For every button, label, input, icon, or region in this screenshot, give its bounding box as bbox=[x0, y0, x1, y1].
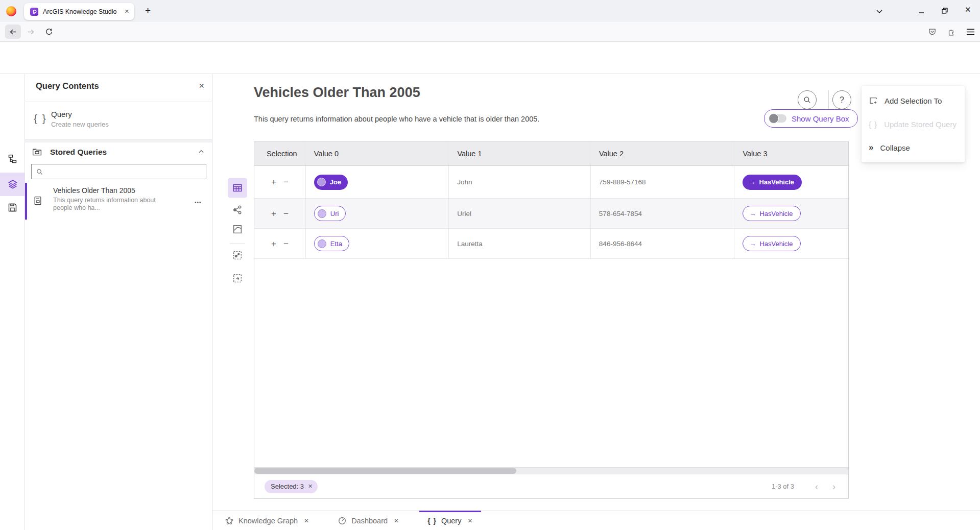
link-chart-icon[interactable] bbox=[232, 204, 243, 215]
collapse-icon: » bbox=[869, 142, 873, 153]
scrollbar-thumb[interactable] bbox=[254, 468, 516, 474]
tab-close-icon[interactable]: ✕ bbox=[394, 517, 399, 524]
forward-button[interactable] bbox=[27, 28, 35, 36]
entity-label: Etta bbox=[330, 240, 342, 248]
data-model-icon[interactable] bbox=[7, 154, 18, 164]
table-empty-area bbox=[254, 259, 848, 467]
help-button[interactable]: ? bbox=[832, 90, 851, 109]
column-header-value0[interactable]: Value 0 bbox=[305, 142, 449, 165]
add-to-selection-button[interactable]: + bbox=[271, 209, 276, 218]
tab-query[interactable]: { } Query ✕ bbox=[419, 511, 481, 530]
tab-close-icon[interactable]: ✕ bbox=[304, 517, 309, 524]
stored-queries-header[interactable]: Stored Queries bbox=[25, 142, 212, 163]
new-tab-button[interactable]: + bbox=[145, 5, 151, 16]
browser-tab[interactable]: ArcGIS Knowledge Studio ✕ bbox=[24, 3, 134, 20]
table-row[interactable]: + − Etta Lauretta 846-956-8644 →HasVehic… bbox=[254, 229, 848, 259]
menu-item-label: Add Selection To bbox=[885, 97, 942, 105]
clear-selection-icon[interactable]: ✕ bbox=[308, 483, 313, 490]
save-icon[interactable] bbox=[7, 202, 18, 213]
menu-item-collapse[interactable]: » Collapse bbox=[862, 136, 965, 159]
window-restore-button[interactable] bbox=[941, 7, 949, 15]
remove-from-selection-button[interactable]: − bbox=[283, 209, 289, 218]
horizontal-scrollbar[interactable] bbox=[254, 467, 848, 474]
window-minimize-button[interactable] bbox=[917, 7, 925, 15]
value1-cell[interactable]: Lauretta bbox=[448, 229, 590, 258]
entity-dot-icon bbox=[318, 209, 326, 218]
add-to-selection-button[interactable]: + bbox=[271, 178, 276, 186]
selection-tool-icon[interactable] bbox=[232, 273, 243, 284]
query-item[interactable]: { } Query Create new queries bbox=[25, 102, 212, 139]
collapse-section-chevron-icon[interactable] bbox=[198, 148, 205, 155]
knowledge-graph-icon bbox=[225, 516, 234, 525]
entity-pill[interactable]: Etta bbox=[314, 236, 349, 251]
search-button[interactable] bbox=[798, 90, 817, 109]
selected-indicator-bar bbox=[25, 183, 27, 220]
toggle-label: Show Query Box bbox=[792, 114, 849, 123]
toggle-track[interactable] bbox=[770, 114, 786, 123]
next-page-button[interactable]: › bbox=[827, 482, 841, 491]
tab-close-icon[interactable]: ✕ bbox=[467, 517, 472, 524]
column-header-selection[interactable]: Selection bbox=[254, 142, 305, 165]
browser-navbar: https://dev0028833.esri.com/portal/apps/… bbox=[0, 22, 980, 42]
reload-button[interactable] bbox=[45, 28, 53, 36]
entity-dot-icon bbox=[317, 178, 326, 186]
value1-cell[interactable]: Uriel bbox=[448, 199, 590, 228]
table-row[interactable]: + − Uri Uriel 578-654-7854 →HasVehicle bbox=[254, 199, 848, 229]
tab-label: Dashboard bbox=[351, 517, 388, 525]
selection-cell: + − bbox=[254, 199, 305, 228]
stored-queries-search[interactable] bbox=[31, 164, 206, 179]
table-view-icon[interactable] bbox=[232, 182, 243, 194]
hamburger-menu-icon[interactable] bbox=[966, 28, 975, 36]
select-from-graph-icon[interactable] bbox=[232, 250, 243, 261]
pocket-icon[interactable] bbox=[928, 28, 937, 36]
firefox-icon[interactable] bbox=[6, 6, 16, 16]
table-row[interactable]: + − Joe John 759-889-57168 →HasVehicle bbox=[254, 166, 848, 199]
column-header-value2[interactable]: Value 2 bbox=[590, 142, 734, 165]
entity-pill[interactable]: Joe bbox=[314, 175, 348, 190]
tab-close-icon[interactable]: ✕ bbox=[125, 8, 129, 15]
stored-query-item[interactable]: Vehicles Older Than 2005 This query retu… bbox=[25, 183, 212, 220]
value2-cell[interactable]: 759-889-57168 bbox=[590, 166, 734, 198]
column-header-value3[interactable]: Value 3 bbox=[734, 142, 848, 165]
relation-pill[interactable]: →HasVehicle bbox=[743, 206, 801, 221]
panel-close-icon[interactable]: ✕ bbox=[199, 82, 205, 90]
app-header: Certification Project ? PL publisher2 la… bbox=[0, 42, 980, 74]
tab-knowledge-graph[interactable]: Knowledge Graph ✕ bbox=[217, 511, 317, 530]
extensions-puzzle-icon[interactable] bbox=[947, 28, 956, 36]
relation-pill[interactable]: →HasVehicle bbox=[743, 236, 801, 251]
header-divider bbox=[828, 90, 829, 109]
relation-pill[interactable]: →HasVehicle bbox=[743, 175, 802, 190]
back-button[interactable] bbox=[5, 25, 21, 39]
add-to-selection-button[interactable]: + bbox=[271, 239, 276, 248]
selected-count-chip[interactable]: Selected: 3 ✕ bbox=[265, 480, 318, 493]
menu-item-update-stored-query[interactable]: { } Update Stored Query bbox=[862, 112, 965, 136]
search-input[interactable] bbox=[47, 167, 202, 176]
remove-from-selection-button[interactable]: − bbox=[283, 239, 289, 248]
tab-list-chevron-icon[interactable] bbox=[875, 7, 883, 15]
show-query-box-toggle[interactable]: Show Query Box bbox=[764, 109, 858, 128]
relation-label: HasVehicle bbox=[759, 210, 793, 218]
column-header-value1[interactable]: Value 1 bbox=[448, 142, 590, 165]
remove-from-selection-button[interactable]: − bbox=[283, 178, 289, 186]
window-close-button[interactable]: ✕ bbox=[965, 5, 971, 14]
map-view-icon[interactable] bbox=[232, 224, 243, 235]
entity-label: Joe bbox=[330, 178, 341, 186]
arrow-right-icon: → bbox=[749, 178, 755, 186]
value1-cell[interactable]: John bbox=[448, 166, 590, 198]
braces-icon: { } bbox=[34, 112, 47, 125]
entity-cell: Joe bbox=[305, 166, 449, 198]
add-selection-icon bbox=[869, 96, 878, 105]
toggle-knob[interactable] bbox=[769, 113, 779, 124]
entity-pill[interactable]: Uri bbox=[314, 206, 346, 221]
value2-cell[interactable]: 846-956-8644 bbox=[590, 229, 734, 258]
active-tab-indicator bbox=[419, 511, 481, 512]
tool-rail-divider bbox=[230, 244, 245, 244]
previous-page-button[interactable]: ‹ bbox=[809, 482, 824, 491]
layers-icon[interactable] bbox=[7, 179, 18, 190]
value2-cell[interactable]: 578-654-7854 bbox=[590, 199, 734, 228]
tab-dashboard[interactable]: Dashboard ✕ bbox=[329, 511, 407, 530]
arrow-right-icon: → bbox=[749, 240, 756, 248]
menu-item-add-selection-to[interactable]: Add Selection To bbox=[862, 89, 965, 112]
section-separator bbox=[25, 139, 212, 142]
item-options-ellipsis-icon[interactable]: ••• bbox=[195, 200, 202, 205]
